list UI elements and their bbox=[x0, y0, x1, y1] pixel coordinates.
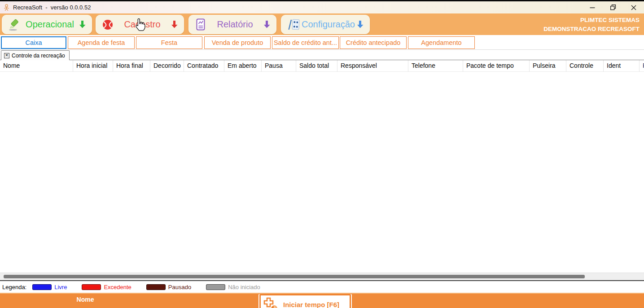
legend-label-nao-iniciado: Não iniciado bbox=[228, 284, 260, 290]
highlighter-icon bbox=[8, 18, 21, 31]
add-time-clock-icon bbox=[263, 297, 280, 308]
legend-item-livre: Livre bbox=[32, 284, 67, 290]
col-pausa[interactable]: Pausa bbox=[262, 60, 296, 72]
legend-item-nao-iniciado: Não iniciado bbox=[206, 284, 260, 290]
mouse-hand-cursor bbox=[135, 18, 147, 31]
menu-operacional[interactable]: Operacional bbox=[2, 15, 92, 34]
menu-configuracao-label: Configuração bbox=[300, 19, 356, 30]
grid-header-row: Nome Hora inicial Hora final Decorrido C… bbox=[0, 60, 644, 72]
bottom-nome-header: Nome bbox=[0, 296, 171, 303]
col-decorrido[interactable]: Decorrido bbox=[150, 60, 184, 72]
gingerbread-app-icon bbox=[3, 4, 10, 11]
menu-operacional-label: Operacional bbox=[21, 19, 79, 30]
page-tab-controle-da-recreacao[interactable]: ✕ Controle da recreação bbox=[1, 50, 70, 60]
tab-saldo-de-credito[interactable]: Saldo de crédito ant... bbox=[272, 36, 339, 49]
minimize-button[interactable] bbox=[582, 1, 603, 13]
legend-label-excedente: Excedente bbox=[104, 284, 131, 290]
legend-label-pausado: Pausado bbox=[168, 284, 191, 290]
legend-label-livre: Livre bbox=[54, 284, 67, 290]
legend-item-excedente: Excedente bbox=[82, 284, 131, 290]
close-icon bbox=[631, 5, 636, 10]
scrollbar-thumb[interactable] bbox=[4, 275, 585, 278]
dropdown-arrow-icon bbox=[171, 20, 178, 29]
restore-icon bbox=[610, 4, 616, 10]
tab-festa[interactable]: Festa bbox=[136, 36, 202, 49]
page-tab-label: Controle da recreação bbox=[12, 53, 65, 59]
tab-agendamento[interactable]: Agendamento bbox=[408, 36, 475, 49]
tennis-ball-icon bbox=[101, 18, 114, 31]
close-button[interactable] bbox=[623, 1, 644, 13]
col-nome[interactable]: Nome bbox=[0, 60, 73, 72]
menu-relatorio-label: Relatório bbox=[207, 19, 263, 30]
legend-swatch-nao-iniciado bbox=[206, 284, 225, 290]
tab-agenda-de-festa[interactable]: Agenda de festa bbox=[68, 36, 135, 49]
tab-venda-de-produto[interactable]: Venda de produto bbox=[204, 36, 271, 49]
col-pacote-de-tempo[interactable]: Pacote de tempo bbox=[463, 60, 530, 72]
col-hora-final[interactable]: Hora final bbox=[113, 60, 150, 72]
legend-swatch-excedente bbox=[82, 284, 101, 290]
window-controls bbox=[582, 1, 644, 13]
legend-bar: Legenda: Livre Excedente Pausado Não ini… bbox=[0, 281, 644, 293]
col-pulseira[interactable]: Pulseira bbox=[530, 60, 566, 72]
app-window: RecreaSoft - versão 0.0.0.52 bbox=[0, 0, 644, 308]
tab-caixa[interactable]: Caixa bbox=[1, 36, 66, 49]
dropdown-arrow-icon bbox=[79, 20, 86, 29]
tab-credito-antecipado[interactable]: Crédito antecipado bbox=[340, 36, 407, 49]
tab-close-icon[interactable]: ✕ bbox=[4, 53, 9, 58]
legend-swatch-livre bbox=[32, 284, 52, 290]
col-hora-inicial[interactable]: Hora inicial bbox=[73, 60, 113, 72]
grid-body-empty[interactable] bbox=[0, 72, 644, 273]
legend-title: Legenda: bbox=[2, 284, 26, 290]
brand-text: PLIMTEC SISTEMAS DEMONSTRACAO RECREASOFT bbox=[543, 16, 640, 34]
minimize-icon bbox=[590, 5, 595, 10]
restore-button[interactable] bbox=[603, 1, 623, 13]
col-responsavel[interactable]: Responsável bbox=[337, 60, 408, 72]
col-ident[interactable]: Ident bbox=[604, 60, 640, 72]
col-telefone[interactable]: Telefone bbox=[408, 60, 463, 72]
iniciar-tempo-label: Iniciar tempo [F6] bbox=[283, 301, 339, 308]
main-toolbar: Operacional Cadastro Relatóri bbox=[0, 13, 644, 35]
dropdown-arrow-icon bbox=[263, 20, 271, 29]
col-p-truncated[interactable]: P bbox=[640, 60, 644, 72]
quick-tab-row: Caixa Agenda de festa Festa Venda de pro… bbox=[0, 35, 644, 50]
legend-item-pausado: Pausado bbox=[146, 284, 191, 290]
iniciar-tempo-button[interactable]: Iniciar tempo [F6] bbox=[259, 294, 351, 308]
col-contratado[interactable]: Contratado bbox=[184, 60, 224, 72]
report-chart-icon bbox=[194, 18, 207, 31]
title-bar: RecreaSoft - versão 0.0.0.52 bbox=[0, 1, 644, 13]
col-controle[interactable]: Controle bbox=[566, 60, 604, 72]
brand-line1: PLIMTEC SISTEMAS bbox=[543, 16, 640, 25]
menu-relatorio[interactable]: Relatório bbox=[188, 15, 276, 34]
col-em-aberto[interactable]: Em aberto bbox=[224, 60, 262, 72]
col-saldo-total[interactable]: Saldo total bbox=[296, 60, 337, 72]
window-title: RecreaSoft - versão 0.0.0.52 bbox=[13, 4, 91, 11]
legend-swatch-pausado bbox=[146, 284, 166, 290]
menu-configuracao[interactable]: Configuração bbox=[281, 15, 370, 34]
brand-line2: DEMONSTRACAO RECREASOFT bbox=[543, 25, 640, 34]
domino-icon bbox=[287, 18, 300, 31]
dropdown-arrow-icon bbox=[356, 20, 364, 29]
horizontal-scrollbar[interactable] bbox=[0, 273, 644, 280]
